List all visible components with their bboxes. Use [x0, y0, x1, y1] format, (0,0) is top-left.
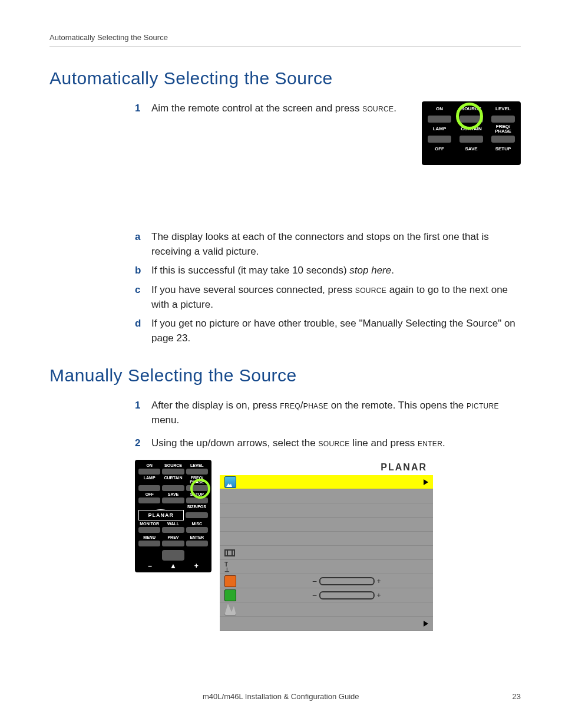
chevron-right-icon [424, 479, 428, 485]
remote-label-curtain: CURTAIN [162, 476, 184, 484]
osd-brand: PLANAR [220, 460, 433, 475]
height-icon: T⊥ [224, 562, 230, 572]
manual-step-2: 2 Using the up/down arrows, select the s… [135, 436, 521, 451]
brightness-icon [224, 575, 236, 587]
key-enter: enter [418, 437, 442, 449]
osd-row [220, 617, 433, 631]
substep-marker: c [135, 283, 140, 298]
remote-button [138, 541, 160, 546]
substep-marker: a [135, 230, 140, 245]
osd-row [220, 518, 433, 532]
figure-row: ON SOURCE LEVEL LAMP CURTAIN FREQ/ PHASE [135, 460, 521, 631]
osd-menu: PLANAR T⊥ – + [220, 460, 433, 631]
remote-label-freqphase: FREQ/ PHASE [489, 124, 517, 134]
remote-button [491, 136, 515, 143]
remote-button [162, 550, 184, 561]
manual-step-1: 1 After the display is on, press freq/ph… [135, 398, 521, 427]
remote-label-off: OFF [138, 492, 160, 496]
substep-d: d If you get no picture or have other tr… [135, 317, 521, 345]
step-marker: 2 [135, 436, 140, 451]
osd-row [220, 503, 433, 518]
manual-select-body: 1 After the display is on, press freq/ph… [135, 398, 521, 631]
step-text: Using the up/down arrows, select the [151, 437, 318, 449]
remote-button [428, 136, 451, 143]
step-text: menu. [151, 414, 179, 426]
remote-figure-large: ON SOURCE LEVEL LAMP CURTAIN FREQ/ PHASE [135, 460, 211, 572]
key-source: source [355, 284, 386, 295]
step-text: After the display is on, press [151, 400, 280, 411]
remote-button [162, 469, 184, 475]
remote-button [186, 498, 208, 503]
remote-button [186, 512, 208, 518]
contrast-icon [224, 589, 236, 601]
remote-button [162, 498, 184, 503]
osd-row: – + [220, 574, 433, 588]
document-page: Automatically Selecting the Source Autom… [0, 0, 562, 728]
remote-label-wall: WALL [162, 522, 184, 526]
substep-marker: b [135, 263, 141, 278]
page-footer: m40L/m46L Installation & Configuration G… [0, 692, 562, 701]
step-text: on the remote. This opens the [328, 400, 467, 411]
step-text: . [442, 437, 445, 449]
step-text: Aim the remote control at the screen and… [151, 103, 362, 114]
remote-label-curtain: CURTAIN [457, 127, 485, 131]
substep-text: If you get no picture or have other trou… [151, 318, 515, 344]
remote-button [428, 116, 451, 123]
remote-label-enter: ENTER [186, 535, 208, 539]
remote-button [186, 541, 208, 546]
chevron-right-icon [424, 621, 428, 627]
substep-text: . [391, 265, 394, 276]
remote-brand: PLANAR [138, 510, 184, 521]
page-number: 23 [513, 692, 521, 701]
remote-button [459, 116, 483, 123]
remote-label-monitor: MONITOR [138, 522, 160, 526]
remote-button [138, 527, 160, 533]
remote-button [162, 541, 184, 546]
osd-row [220, 546, 433, 560]
sharpness-icon [224, 604, 236, 615]
remote-label-level: LEVEL [186, 463, 208, 467]
remote-label-setup: SETUP [489, 147, 517, 151]
step-text: line and press [350, 437, 418, 449]
remote-label-prev: PREV [162, 535, 184, 539]
step-marker: 1 [135, 101, 140, 116]
step-marker: 1 [135, 398, 140, 413]
remote-label-minus: – [138, 562, 161, 570]
substep-text: The display looks at each of the connect… [151, 231, 489, 257]
remote-label-save: SAVE [162, 492, 184, 496]
footer-title: m40L/m46L Installation & Configuration G… [203, 692, 359, 701]
osd-row [220, 489, 433, 503]
remote-button [491, 116, 515, 123]
substep-text: If this is successful (it may take 10 se… [151, 265, 349, 276]
remote-button [138, 485, 160, 491]
remote-button [138, 498, 160, 503]
remote-label-save: SAVE [457, 147, 485, 151]
picture-icon [224, 476, 236, 488]
remote-label-plus: + [185, 562, 208, 570]
remote-button [162, 527, 184, 533]
key-freqphase: freq/phase [280, 400, 328, 411]
heading-manual-select: Manually Selecting the Source [49, 365, 521, 386]
slider: – + [313, 591, 381, 599]
running-head: Automatically Selecting the Source [49, 33, 521, 47]
substep-b: b If this is successful (it may take 10 … [135, 263, 521, 278]
width-icon [224, 549, 235, 556]
up-arrow-icon: ▲ [161, 562, 184, 570]
remote-label-lamp: LAMP [138, 476, 160, 484]
remote-label-lamp: LAMP [425, 127, 454, 131]
auto-select-body: ON SOURCE LEVEL LAMP CURTAIN FREQ/ PHASE… [135, 101, 521, 345]
substep-italic: stop here [349, 265, 391, 276]
remote-label-source: SOURCE [162, 463, 184, 467]
remote-label-off: OFF [425, 147, 454, 151]
step-1: 1 Aim the remote control at the screen a… [135, 101, 521, 116]
osd-row [220, 602, 433, 617]
remote-button [186, 527, 208, 533]
remote-button [459, 136, 483, 143]
osd-row-selected [220, 475, 433, 489]
remote-label-on: ON [138, 463, 160, 467]
osd-row: – + [220, 588, 433, 602]
key-source: source [362, 103, 394, 114]
remote-label-menu: MENU [138, 535, 160, 539]
remote-button [186, 469, 208, 475]
key-source: source [318, 437, 349, 449]
